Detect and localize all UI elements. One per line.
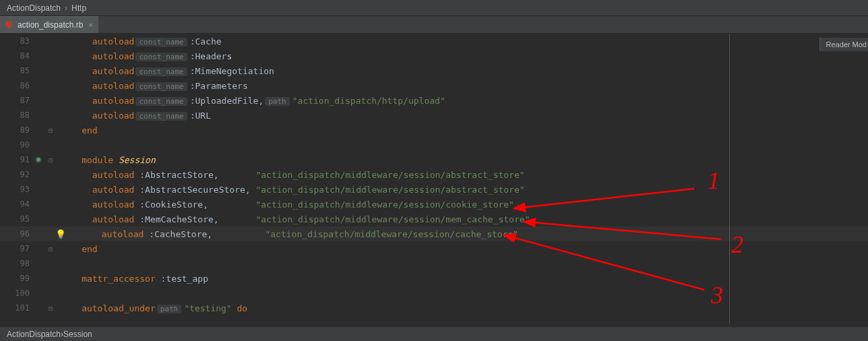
parameter-hint: const_name <box>135 67 187 76</box>
code-line-99[interactable]: 99 mattr_accessor :test_app <box>0 271 868 286</box>
line-number[interactable]: 89 <box>0 125 35 135</box>
line-number[interactable]: 98 <box>0 259 35 268</box>
code-content[interactable]: autoload :MemCacheStore, "action_dispatc… <box>55 214 868 224</box>
code-line-91[interactable]: 91⊟ module Session <box>0 152 868 167</box>
fold-icon[interactable]: ⊟ <box>49 245 53 253</box>
code-line-95[interactable]: 95 autoload :MemCacheStore, "action_disp… <box>0 212 868 226</box>
breadcrumb-bottom[interactable]: ActionDispatch › Session <box>0 326 868 341</box>
code-line-85[interactable]: 85 autoloadconst_name:MimeNegotiation <box>0 63 868 78</box>
parameter-hint: path <box>157 305 182 313</box>
parameter-hint: const_name <box>135 112 187 121</box>
code-line-89[interactable]: 89⊟ end <box>0 123 868 137</box>
code-content[interactable]: end <box>55 125 868 135</box>
line-number[interactable]: 85 <box>0 66 35 75</box>
line-number[interactable]: 101 <box>0 303 35 313</box>
line-number[interactable]: 93 <box>0 185 35 194</box>
line-number[interactable]: 100 <box>0 288 35 298</box>
tab-bar: action_dispatch.rb × <box>0 16 868 34</box>
code-content[interactable] <box>55 140 868 150</box>
editor-pane[interactable]: 83 autoloadconst_name:Cache84 autoloadco… <box>0 34 868 323</box>
code-content[interactable]: mattr_accessor :test_app <box>55 274 868 284</box>
parameter-hint: const_name <box>135 53 187 61</box>
parameter-hint: const_name <box>135 97 187 106</box>
code-content[interactable]: autoload_underpath"testing" do <box>55 303 868 313</box>
code-line-100[interactable]: 100 <box>0 286 868 301</box>
code-line-101[interactable]: 101⊟ autoload_underpath"testing" do <box>0 301 868 315</box>
chevron-right-icon: › <box>65 3 67 13</box>
code-content[interactable] <box>55 288 868 299</box>
modification-marker-icon <box>35 156 42 163</box>
code-content[interactable]: autoload :AbstractSecureStore, "action_d… <box>55 185 868 195</box>
close-icon[interactable]: × <box>88 21 92 29</box>
tab-action-dispatch-rb[interactable]: action_dispatch.rb × <box>0 16 98 33</box>
line-number[interactable]: 91 <box>0 155 35 164</box>
code-line-83[interactable]: 83 autoloadconst_name:Cache <box>0 34 868 49</box>
line-number[interactable]: 99 <box>0 274 35 283</box>
code-line-84[interactable]: 84 autoloadconst_name:Headers <box>0 49 868 63</box>
breadcrumb-part[interactable]: Session <box>63 330 92 339</box>
code-content[interactable]: autoloadconst_name:URL <box>55 111 868 121</box>
code-content[interactable]: autoload :CookieStore, "action_dispatch/… <box>55 199 868 210</box>
code-line-96[interactable]: 96💡 autoload :CacheStore, "action_dispat… <box>0 226 868 241</box>
code-content[interactable]: autoloadconst_name:Headers <box>55 51 868 61</box>
breadcrumb-top[interactable]: ActionDispatch › Http <box>0 0 868 16</box>
code-line-86[interactable]: 86 autoloadconst_name:Parameters <box>0 78 868 93</box>
code-line-88[interactable]: 88 autoloadconst_name:URL <box>0 108 868 123</box>
parameter-hint: const_name <box>135 82 187 91</box>
code-line-90[interactable]: 90 <box>0 137 868 152</box>
code-line-94[interactable]: 94 autoload :CookieStore, "action_dispat… <box>0 197 868 212</box>
parameter-hint: path <box>265 97 290 106</box>
ruby-file-icon <box>4 20 13 30</box>
code-line-87[interactable]: 87 autoloadconst_name:UploadedFile,path"… <box>0 93 868 108</box>
code-content[interactable]: autoloadconst_name:Parameters <box>55 81 868 91</box>
code-line-92[interactable]: 92 autoload :AbstractStore, "action_disp… <box>0 167 868 182</box>
code-content[interactable]: autoload :AbstractStore, "action_dispatc… <box>55 170 868 180</box>
line-number[interactable]: 97 <box>0 244 35 253</box>
line-number[interactable]: 86 <box>0 81 35 90</box>
gutter-markers: ⊟ <box>35 156 55 164</box>
gutter-markers: ⊟ <box>35 305 55 312</box>
line-number[interactable]: 95 <box>0 214 35 224</box>
line-number[interactable]: 94 <box>0 199 35 209</box>
line-number[interactable]: 83 <box>0 36 35 46</box>
parameter-hint: const_name <box>135 38 187 46</box>
code-line-98[interactable]: 98 <box>0 256 868 271</box>
fold-icon[interactable]: ⊟ <box>49 305 53 312</box>
breadcrumb-part[interactable]: ActionDispatch <box>7 330 61 339</box>
code-line-97[interactable]: 97⊟ end <box>0 241 868 256</box>
line-number[interactable]: 90 <box>0 140 35 150</box>
breadcrumb-part[interactable]: Http <box>71 3 86 13</box>
code-content[interactable] <box>55 259 868 269</box>
line-number[interactable]: 84 <box>0 51 35 61</box>
fold-icon[interactable]: ⊟ <box>49 127 53 134</box>
code-content[interactable]: autoloadconst_name:UploadedFile,path"act… <box>55 96 868 106</box>
fold-icon[interactable]: ⊟ <box>49 156 53 164</box>
code-line-93[interactable]: 93 autoload :AbstractSecureStore, "actio… <box>0 182 868 197</box>
code-content[interactable]: module Session <box>55 155 868 165</box>
code-content[interactable]: end <box>55 244 868 254</box>
code-content[interactable]: autoloadconst_name:MimeNegotiation <box>55 66 868 76</box>
tab-filename: action_dispatch.rb <box>18 20 83 30</box>
line-number[interactable]: 92 <box>0 170 35 179</box>
line-number[interactable]: 88 <box>0 111 35 120</box>
gutter-markers: ⊟ <box>35 127 55 134</box>
gutter-markers: ⊟ <box>35 245 55 253</box>
line-number[interactable]: 87 <box>0 96 35 105</box>
lightbulb-icon[interactable]: 💡 <box>55 229 65 239</box>
code-content[interactable]: 💡 autoload :CacheStore, "action_dispatch… <box>55 229 868 239</box>
breadcrumb-part[interactable]: ActionDispatch <box>7 3 61 13</box>
right-margin-line <box>729 34 730 323</box>
line-number[interactable]: 96 <box>0 229 35 239</box>
code-content[interactable]: autoloadconst_name:Cache <box>55 36 868 46</box>
